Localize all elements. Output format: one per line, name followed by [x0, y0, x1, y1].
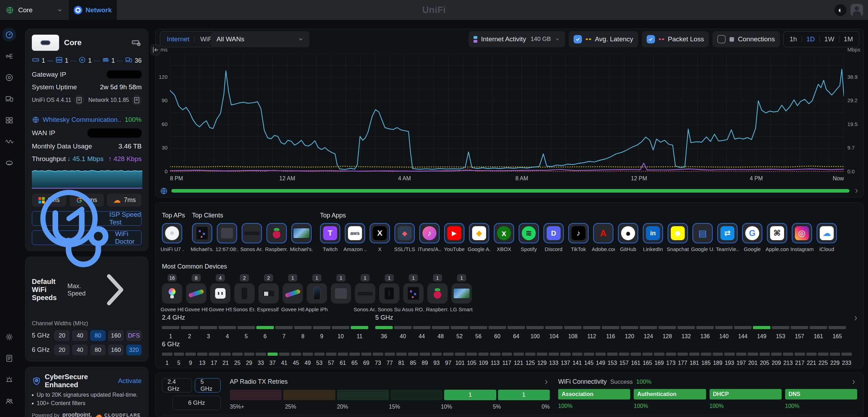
channel-width-chip[interactable]: DFS [126, 330, 142, 341]
sidebar-item-alerts[interactable] [2, 373, 16, 387]
checkbox[interactable] [717, 35, 726, 43]
sidebar-item-clients[interactable] [2, 92, 16, 106]
common-device-tile[interactable] [331, 283, 351, 304]
discord-app-icon: D [547, 226, 561, 240]
user-avatar[interactable] [851, 4, 863, 16]
max-speed-link[interactable]: Max. Speed [67, 263, 142, 317]
toggle-avg-latency[interactable]: Avg. Latency [569, 31, 638, 47]
top-app-tile[interactable]: X [370, 223, 390, 243]
band-button-5GHz[interactable]: 5 GHz [195, 378, 221, 392]
common-device-tile[interactable] [355, 283, 375, 304]
tab-network[interactable]: Network [69, 0, 117, 20]
common-device-tile[interactable] [451, 283, 472, 304]
channel-width-chip[interactable]: 20 [54, 330, 70, 341]
top-app-tile[interactable]: ● [618, 223, 638, 243]
channel-width-chip[interactable]: 20 [54, 345, 70, 355]
band-button-6GHz[interactable]: 6 GHz [172, 396, 221, 410]
top-client-tile[interactable] [192, 223, 212, 243]
activate-link[interactable]: Activate [118, 377, 142, 385]
channel-width-chip[interactable]: 80 [90, 345, 106, 355]
toggle-packet-loss[interactable]: Packet Loss [642, 31, 709, 47]
top-app-tile[interactable]: D [543, 223, 564, 243]
chevron-right-icon[interactable] [852, 315, 859, 322]
top-app-tile[interactable]: ▶ [444, 223, 464, 243]
range-1h[interactable]: 1h [785, 35, 802, 43]
top-client-tile[interactable] [266, 223, 287, 243]
sidebar-item-admins[interactable] [2, 394, 16, 408]
top-app-tile[interactable]: in [643, 223, 663, 243]
top-app-tile[interactable]: ▤ [692, 223, 713, 243]
common-device-tile[interactable] [162, 283, 182, 304]
channel-utilization-bar [200, 326, 217, 329]
common-device-tile[interactable] [283, 283, 303, 304]
top-app-tile[interactable]: G [742, 223, 762, 243]
band-button-2.4GHz[interactable]: 2.4 GHz [162, 378, 192, 392]
top-app-tile[interactable]: ≋ [519, 223, 539, 243]
release-notes-icon[interactable] [132, 95, 142, 105]
top-ap-tile[interactable] [162, 223, 182, 243]
channel-width-chip[interactable]: 40 [72, 330, 87, 341]
channel-width-chip[interactable]: 160 [108, 345, 123, 355]
toggle-connections[interactable]: Connections [712, 31, 780, 47]
channel-77: 77 [385, 353, 395, 366]
top-app-tile[interactable]: aws [345, 223, 365, 243]
top-app-tile[interactable]: ◆ [394, 223, 415, 243]
common-device-tile[interactable] [379, 283, 399, 304]
common-device-tile[interactable] [258, 283, 279, 304]
top-client-tile[interactable] [217, 223, 237, 243]
theme-toggle-button[interactable] [834, 4, 846, 16]
common-device-tile[interactable] [186, 283, 206, 304]
top-client-tile[interactable] [291, 223, 312, 243]
isp-name-link[interactable]: Whitesky Communication... [43, 116, 121, 124]
common-device-tile[interactable] [234, 283, 255, 304]
channel-width-chip[interactable]: 40 [72, 345, 87, 355]
top-app-tile[interactable]: ☁ [817, 223, 837, 243]
common-device-tile[interactable] [210, 283, 230, 304]
top-app-tile[interactable]: ◎ [792, 223, 812, 243]
sidebar-item-topology[interactable] [2, 49, 16, 63]
site-switcher[interactable]: Core [0, 0, 69, 20]
gateway-settings-icon[interactable] [131, 37, 142, 48]
release-notes-icon[interactable] [74, 95, 84, 105]
channel-width-chip[interactable]: 160 [108, 330, 123, 341]
sidebar-item-settings[interactable] [2, 330, 16, 344]
wan-select[interactable]: All WANs [211, 31, 310, 47]
channel-utilization-bar [810, 326, 827, 329]
tab-internet[interactable]: Internet [162, 35, 194, 43]
top-client-tile[interactable] [242, 223, 262, 243]
top-app-tile[interactable]: ◆ [469, 223, 489, 243]
collapse-panel-button[interactable] [151, 44, 160, 55]
chevron-right-icon[interactable] [543, 378, 550, 385]
top-app-tile[interactable]: ♪ [419, 223, 440, 243]
sidebar-item-radios[interactable] [2, 134, 16, 148]
range-1W[interactable]: 1W [820, 35, 839, 43]
range-1M[interactable]: 1M [839, 35, 858, 43]
sidebar-item-devices[interactable] [2, 70, 16, 84]
range-1D[interactable]: 1D [802, 35, 819, 43]
top-app-tile[interactable]: ☻ [668, 223, 688, 243]
wifi-doctor-button[interactable]: WiFi Doctor [32, 230, 142, 245]
common-device-tile[interactable] [307, 283, 327, 304]
top-app-tile[interactable]: ⇄ [717, 223, 738, 243]
common-device-tile[interactable] [427, 283, 448, 304]
top-app-tile[interactable]: A [593, 223, 613, 243]
sidebar-item-ports[interactable] [2, 113, 16, 127]
top-app-tile[interactable]: x [494, 223, 514, 243]
chevron-right-icon[interactable] [853, 187, 860, 194]
internet-activity-selector[interactable]: Internet Activity 140 GB [469, 31, 565, 47]
common-device: 8Govee H6... [186, 274, 206, 313]
channel-width-chip[interactable]: 80 [90, 330, 106, 341]
chevron-right-icon[interactable] [850, 378, 857, 385]
sidebar-item-coverage[interactable] [2, 156, 16, 170]
common-device-tile[interactable] [403, 283, 424, 304]
top-app-tile[interactable]: ♪ [568, 223, 589, 243]
sidebar-item-journal[interactable] [2, 351, 16, 365]
top-app-tile[interactable]: T [320, 223, 340, 243]
channel-width-chip[interactable]: 320 [126, 345, 142, 355]
top-app-tile[interactable]: ⌘ [767, 223, 787, 243]
sidebar-item-dashboard[interactable] [2, 28, 16, 42]
top-app: TTwitch [320, 223, 340, 252]
checkbox[interactable] [647, 35, 655, 43]
top-app: AAdobe.com [593, 223, 613, 252]
checkbox[interactable] [574, 35, 582, 43]
